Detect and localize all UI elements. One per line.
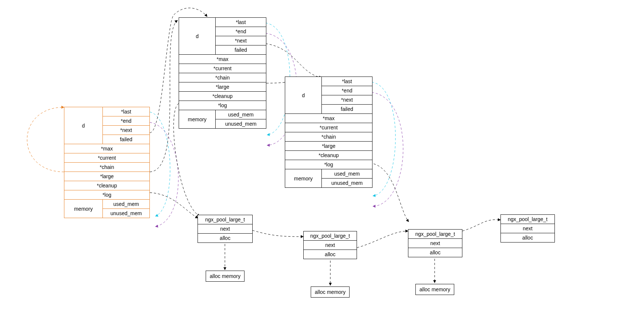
pool3-current: *current xyxy=(285,123,372,132)
edge-pool1-last-usedmem xyxy=(150,112,170,216)
alloc-memory-2: alloc memory xyxy=(311,286,350,298)
pool-struct-3: d *last *end *next failed *max *current … xyxy=(285,77,372,188)
diagram-canvas: d *last *end *next failed *max *current … xyxy=(0,0,644,329)
edge-pool3-last-usedmem xyxy=(372,82,395,196)
pool1-d-label: d xyxy=(64,107,103,144)
large1-title: ngx_pool_large_t xyxy=(198,215,253,224)
pool1-max: *max xyxy=(64,144,150,153)
pool3-usedmem: used_mem xyxy=(322,169,372,179)
edge-pool3-large-large3 xyxy=(374,164,409,222)
pool3-chain: *chain xyxy=(285,132,372,142)
edge-pool1-end-unusedmem xyxy=(150,122,178,227)
pool-struct-2: d *last *end *next failed *max *current … xyxy=(179,17,266,129)
large-struct-2: ngx_pool_large_t next alloc xyxy=(303,231,357,259)
edge-pool1-current-self xyxy=(27,107,64,172)
pool2-memory-label: memory xyxy=(179,110,216,129)
large-struct-1: ngx_pool_large_t next alloc xyxy=(198,215,253,243)
edge-pool1-current-pool2 xyxy=(150,20,178,172)
pool1-usedmem: used_mem xyxy=(102,200,149,209)
pool3-end: *end xyxy=(322,86,372,95)
pool2-cleanup: *cleanup xyxy=(179,92,266,101)
pool2-log: *log xyxy=(179,101,266,110)
pool3-d-label: d xyxy=(285,77,322,114)
pool2-large: *large xyxy=(179,82,266,92)
pool1-memory-label: memory xyxy=(64,200,103,218)
large2-next: next xyxy=(304,241,357,250)
pool1-current: *current xyxy=(64,153,150,163)
pool2-current: *current xyxy=(179,64,266,73)
pool2-next: *next xyxy=(216,36,266,45)
large2-title: ngx_pool_large_t xyxy=(304,231,357,241)
pool3-large: *large xyxy=(285,142,372,151)
large2-alloc: alloc xyxy=(304,250,357,259)
large4-alloc: alloc xyxy=(501,233,555,242)
edge-pool1-large-large1 xyxy=(150,193,198,218)
pool1-large: *large xyxy=(64,172,150,181)
pool1-cleanup: *cleanup xyxy=(64,181,150,190)
large3-title: ngx_pool_large_t xyxy=(408,230,462,239)
large1-next: next xyxy=(198,224,253,234)
pool1-chain: *chain xyxy=(64,163,150,172)
pool3-unusedmem: unused_mem xyxy=(322,179,372,188)
pool1-unusedmem: unused_mem xyxy=(102,209,149,218)
pool2-unusedmem: unused_mem xyxy=(216,119,266,129)
edge-large3-next-large4 xyxy=(462,220,500,231)
pool2-max: *max xyxy=(179,55,266,64)
pool2-usedmem: used_mem xyxy=(216,110,266,119)
pool2-end: *end xyxy=(216,27,266,36)
pool2-failed: failed xyxy=(216,45,266,55)
pool2-last: *last xyxy=(216,18,266,27)
pool1-next: *next xyxy=(102,126,149,135)
alloc-memory-1: alloc memory xyxy=(206,271,245,282)
pool3-memory-label: memory xyxy=(285,169,322,188)
pool3-cleanup: *cleanup xyxy=(285,151,372,160)
pool1-end: *end xyxy=(102,116,149,126)
edge-large1-next-large2 xyxy=(252,230,303,237)
edge-pool3-end-unusedmem xyxy=(372,92,403,206)
pool3-max: *max xyxy=(285,114,372,123)
pool2-chain: *chain xyxy=(179,73,266,82)
large4-title: ngx_pool_large_t xyxy=(501,215,555,224)
pool1-log: *log xyxy=(64,190,150,200)
large4-next: next xyxy=(501,224,555,233)
large3-alloc: alloc xyxy=(408,248,462,257)
edge-pool2-next-pool3 xyxy=(266,44,322,78)
pool3-log: *log xyxy=(285,160,372,169)
large3-next: next xyxy=(408,239,462,248)
pool3-next: *next xyxy=(322,95,372,105)
pool3-failed: failed xyxy=(322,105,372,114)
pool3-last: *last xyxy=(322,77,372,86)
large-struct-3: ngx_pool_large_t next alloc xyxy=(408,229,462,257)
large-struct-4: ngx_pool_large_t next alloc xyxy=(500,214,555,242)
pool1-last: *last xyxy=(102,107,149,116)
pool1-failed: failed xyxy=(102,135,149,144)
large1-alloc: alloc xyxy=(198,234,253,243)
edge-large2-next-large3 xyxy=(357,231,408,248)
alloc-memory-3: alloc memory xyxy=(415,284,454,295)
pool2-d-label: d xyxy=(179,18,216,55)
pool-struct-1: d *last *end *next failed *max *current … xyxy=(64,107,150,218)
